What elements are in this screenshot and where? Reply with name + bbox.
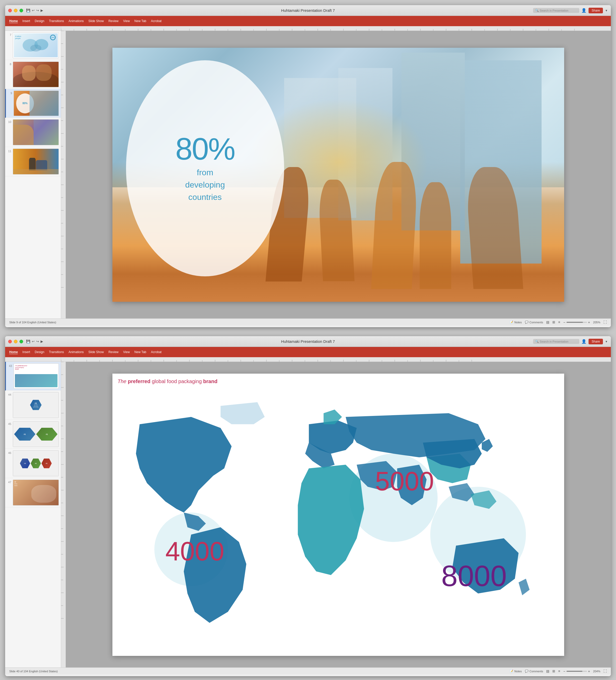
notes-button-1[interactable]: 📝 Notes [510, 320, 522, 324]
share-chevron-icon[interactable]: ▼ [605, 9, 608, 12]
tab-design-2[interactable]: Design [33, 349, 46, 355]
fit-icon-2[interactable]: ⛶ [604, 669, 607, 673]
slide-preview-45[interactable]: #1 #1 [13, 421, 59, 447]
main-area-1: 80% from developing countries [61, 31, 611, 318]
zoom-bar-1: − + [563, 320, 590, 324]
tab-view-2[interactable]: View [121, 349, 132, 355]
maximize-button-2[interactable] [20, 340, 23, 343]
tab-slideshow-1[interactable]: Slide Show [86, 18, 106, 24]
view-normal-icon[interactable]: ▤ [546, 320, 549, 324]
slide-preview-7[interactable]: 35% 8 billionpeople [13, 32, 59, 58]
tab-newtab-2[interactable]: New Tab [133, 349, 148, 355]
tab-animations-2[interactable]: Animations [66, 349, 86, 355]
zoom-track-1[interactable] [566, 322, 587, 323]
svg-rect-101 [61, 362, 66, 668]
zoom-plus-1[interactable]: + [588, 320, 590, 324]
zoom-track-2[interactable] [566, 671, 587, 672]
notes-button-2[interactable]: 📝 Notes [510, 670, 522, 673]
save-icon-2[interactable]: 💾 [26, 339, 30, 343]
sidebar-item-slide45[interactable]: 45 #1 #1 [5, 420, 61, 449]
undo-icon-2[interactable]: ↩ [32, 339, 35, 343]
statusbar-2: Slide 40 of 104 English (United States) … [5, 668, 611, 675]
tab-acrobat-2[interactable]: Acrobat [149, 349, 164, 355]
tab-view-1[interactable]: View [121, 18, 132, 24]
sidebar-item-slide10[interactable]: 10 [5, 118, 61, 147]
redo-icon[interactable]: ↪ [36, 8, 39, 12]
zoom-minus-1[interactable]: − [563, 320, 565, 324]
minimize-button-2[interactable] [14, 340, 18, 343]
view-reading-icon[interactable]: ≡ [558, 320, 560, 324]
sidebar-item-slide44[interactable]: 44 #1 globallyoperatingfood service [5, 391, 61, 420]
corner-ruler [5, 26, 61, 31]
tab-transitions-1[interactable]: Transitions [47, 18, 66, 24]
share-button-2[interactable]: Share [589, 339, 603, 344]
svg-point-44 [30, 45, 41, 52]
slide-preview-9[interactable]: 80% [13, 91, 59, 116]
main-area-2: The preferred global food packaging bran… [61, 362, 611, 668]
slide-preview-44[interactable]: #1 globallyoperatingfood service [13, 392, 59, 418]
fit-icon-1[interactable]: ⛶ [604, 320, 607, 324]
tab-review-1[interactable]: Review [106, 18, 120, 24]
redo-icon-2[interactable]: ↪ [36, 339, 39, 343]
traffic-lights-2 [8, 340, 23, 343]
undo-icon[interactable]: ↩ [32, 8, 35, 12]
sidebar-item-slide46[interactable]: 46 #1 #1 #1 [5, 449, 61, 478]
sidebar-item-slide9[interactable]: 9 80% [5, 89, 61, 118]
titlebar-1: 💾 ↩ ↪ ▶ Huhtamaki Presentation Draft 7 🔍… [5, 5, 611, 16]
slide-preview-43[interactable]: The preferred globalfood packagingbrand [13, 363, 59, 389]
close-button[interactable] [8, 9, 12, 12]
minimize-button[interactable] [14, 9, 18, 12]
comments-button-2[interactable]: 💬 Comments [525, 670, 543, 673]
tab-home-2[interactable]: Home [7, 349, 20, 355]
notes-icon-2: 📝 [510, 670, 513, 673]
slide-43-canvas: The preferred global food packaging bran… [112, 374, 564, 656]
view-normal-icon-2[interactable]: ▤ [546, 669, 549, 673]
view-grid-icon[interactable]: ⊞ [552, 320, 555, 324]
user-icon[interactable]: 👤 [581, 8, 587, 13]
tab-slideshow-2[interactable]: Slide Show [86, 349, 106, 355]
zoom-plus-2[interactable]: + [588, 669, 590, 673]
tab-animations-1[interactable]: Animations [66, 18, 86, 24]
tab-newtab-1[interactable]: New Tab [133, 18, 148, 24]
comments-button-1[interactable]: 💬 Comments [525, 320, 543, 324]
sidebar-1: 7 35% 8 billionpeople [5, 31, 61, 318]
tab-acrobat-1[interactable]: Acrobat [149, 18, 164, 24]
search-bar-2[interactable]: 🔍 Search in Presentation [533, 339, 579, 344]
maximize-button[interactable] [20, 9, 23, 12]
tab-home-1[interactable]: Home [7, 18, 20, 24]
view-reading-icon-2[interactable]: ≡ [558, 669, 560, 673]
slide-canvas-area-1[interactable]: 80% from developing countries [66, 31, 611, 318]
tab-insert-2[interactable]: Insert [20, 349, 32, 355]
close-button-2[interactable] [8, 340, 12, 343]
sidebar-item-slide11[interactable]: 11 [5, 147, 61, 176]
user-icon-2[interactable]: 👤 [581, 339, 587, 344]
view-grid-icon-2[interactable]: ⊞ [552, 669, 555, 673]
tab-insert-1[interactable]: Insert [20, 18, 32, 24]
tab-transitions-2[interactable]: Transitions [47, 349, 66, 355]
notes-icon-1: 📝 [510, 320, 513, 324]
slide-canvas-area-2[interactable]: The preferred global food packaging bran… [66, 362, 611, 668]
present-icon[interactable]: ▶ [40, 8, 43, 12]
search-icon-2: 🔍 [535, 340, 539, 343]
sidebar-item-slide43[interactable]: 43 The preferred globalfood packagingbra… [5, 362, 61, 391]
slide-preview-10[interactable] [13, 119, 59, 145]
window-2: 💾 ↩ ↪ ▶ Huhtamaki Presentation Draft 7 🔍… [5, 336, 611, 676]
search-bar-1[interactable]: 🔍 Search in Presentation [533, 8, 579, 13]
zoom-minus-2[interactable]: − [563, 669, 565, 673]
tab-design-1[interactable]: Design [33, 18, 46, 24]
slide-preview-47[interactable]: 10billiondrinks [13, 480, 59, 506]
ribbon-toolbar-2: Home Insert Design Transitions Animation… [5, 347, 611, 357]
sidebar-item-slide47[interactable]: 47 10billiondrinks [5, 478, 61, 507]
tab-review-2[interactable]: Review [106, 349, 120, 355]
save-icon[interactable]: 💾 [26, 8, 30, 12]
share-button-1[interactable]: Share [589, 8, 603, 13]
slide-sub-text: from developing countries [185, 166, 225, 203]
slide-preview-11[interactable] [13, 148, 59, 174]
slide-preview-46[interactable]: #1 #1 #1 [13, 450, 59, 476]
sidebar-item-slide8[interactable]: 8 [5, 60, 61, 89]
slide-preview-8[interactable] [13, 62, 59, 87]
present-icon-2[interactable]: ▶ [40, 339, 43, 343]
share-chevron-icon-2[interactable]: ▼ [605, 340, 608, 343]
svg-text:5000: 5000 [375, 466, 434, 496]
sidebar-item-slide7[interactable]: 7 35% 8 billionpeople [5, 31, 61, 60]
